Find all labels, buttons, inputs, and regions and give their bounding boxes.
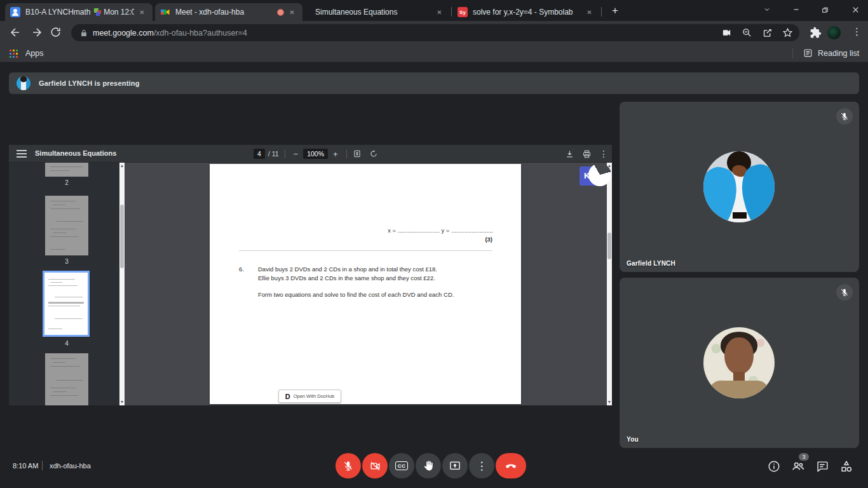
main-scrollbar-thumb[interactable]	[607, 233, 611, 259]
thumbnail-page-5[interactable]	[45, 353, 88, 405]
mic-muted-icon	[836, 284, 853, 301]
thumbnail-label: 4	[9, 340, 125, 347]
presenting-text: Garfield LYNCH is presenting	[39, 79, 140, 87]
participant-name: Garfield LYNCH	[627, 260, 675, 267]
thumbnail-label: 2	[9, 179, 125, 186]
activities-icon[interactable]	[839, 459, 853, 473]
zoom-level-input[interactable]: 100%	[303, 149, 328, 159]
close-tab-icon[interactable]: ✕	[137, 7, 147, 18]
zoom-out-button[interactable]: −	[291, 149, 301, 159]
page-number-input[interactable]: 4	[254, 149, 265, 159]
reading-list-button[interactable]: Reading list	[818, 49, 859, 58]
raise-hand-button[interactable]	[416, 453, 441, 478]
recording-indicator-icon	[277, 9, 284, 16]
meeting-time: 8:10 AM	[13, 462, 38, 470]
zoom-page-icon[interactable]	[742, 27, 752, 38]
participants-icon[interactable]: 3	[791, 459, 805, 473]
back-icon[interactable]	[9, 26, 22, 39]
dochub-label: Open With DocHub	[294, 393, 335, 399]
footer-divider	[42, 461, 43, 470]
mic-muted-icon	[836, 108, 853, 125]
sidebar-toggle-icon[interactable]	[17, 150, 27, 158]
reload-icon[interactable]	[50, 26, 62, 39]
new-tab-button[interactable]: +	[607, 4, 623, 19]
pdf-body: 2 3 4	[9, 163, 612, 405]
tab-pdf[interactable]: Simultaneous Equations ✕	[305, 3, 450, 21]
close-tab-icon[interactable]: ✕	[584, 7, 595, 18]
camera-in-use-icon[interactable]	[721, 27, 732, 38]
sidebar-scrollbar[interactable]	[119, 163, 125, 405]
bookmarks-bar: Apps Reading list	[0, 44, 868, 62]
end-call-button[interactable]	[496, 453, 526, 478]
participant-tile-you[interactable]: You	[620, 278, 859, 448]
tab-symbolab[interactable]: Sy solve for y,x-2y=4 - Symbolab ✕	[452, 3, 600, 21]
pdf-viewer-window: Simultaneous Equations 4 / 11 − 100% +	[9, 145, 612, 405]
thumbnail-label: 3	[9, 258, 125, 265]
thumbnail-page-3[interactable]	[45, 196, 88, 255]
close-tab-icon[interactable]: ✕	[434, 7, 445, 18]
captions-button[interactable]: CC	[389, 453, 414, 478]
rotate-page-icon[interactable]	[369, 149, 378, 158]
captions-cc-icon: CC	[395, 461, 408, 470]
tab-title: Meet - xdh-ofau-hba	[175, 8, 272, 17]
tab-title: solve for y,x-2y=4 - Symbolab	[473, 8, 581, 17]
question-number: 6.	[239, 266, 244, 273]
question-divider	[239, 250, 492, 251]
tab-classroom[interactable]: B10-A LYNCHmath Mon 12:00 ✕	[5, 3, 153, 21]
meeting-details-info-icon[interactable]	[767, 459, 781, 473]
browser-toolbar: meet.google.com/xdh-ofau-hba?authuser=4 …	[0, 21, 868, 44]
profile-avatar[interactable]	[827, 26, 841, 39]
page-total-label: / 11	[268, 150, 279, 158]
extensions-puzzle-icon[interactable]	[810, 27, 822, 39]
thumbnail-page-4-selected[interactable]	[43, 271, 90, 337]
pdf-main-view: x = ......................... y = ......…	[125, 163, 612, 405]
main-scrollbar[interactable]	[607, 163, 612, 405]
question-line-3: Form two equations and solve to find the…	[258, 291, 454, 298]
download-icon[interactable]	[565, 149, 574, 159]
apps-bookmark[interactable]: Apps	[25, 49, 44, 58]
forward-icon[interactable]	[31, 26, 43, 39]
pdf-title: Simultaneous Equations	[35, 149, 116, 157]
zoom-in-button[interactable]: +	[330, 149, 341, 159]
share-icon[interactable]	[762, 27, 773, 38]
mic-off-button[interactable]	[336, 453, 361, 478]
chat-icon[interactable]	[815, 459, 829, 473]
marks-label: (3)	[485, 236, 492, 243]
print-icon[interactable]	[582, 149, 592, 159]
fit-page-icon[interactable]	[353, 149, 362, 158]
pdf-page-controls: 4 / 11 − 100% +	[254, 145, 378, 163]
restore-button[interactable]	[814, 0, 836, 19]
lock-icon	[80, 29, 88, 37]
reading-list-icon[interactable]	[803, 48, 813, 58]
tab-meet[interactable]: Meet - xdh-ofau-hba ✕	[155, 3, 302, 21]
meeting-code: xdh-ofau-hba	[50, 462, 91, 470]
minimize-button[interactable]	[785, 0, 807, 19]
tab-title: B10-A LYNCHmath Mon 12:00	[25, 8, 134, 17]
meet-favicon-icon	[160, 7, 170, 17]
address-bar[interactable]: meet.google.com/xdh-ofau-hba?authuser=4	[71, 24, 799, 41]
window-menu-chevron-icon[interactable]	[756, 0, 778, 19]
open-with-dochub-button[interactable]: D Open With DocHub	[278, 390, 341, 403]
colored-squares-icon	[94, 8, 102, 16]
participant-name: You	[627, 436, 639, 443]
close-window-button[interactable]	[843, 0, 868, 19]
sidebar-scrollbar-thumb[interactable]	[120, 205, 124, 268]
pdf-toolbar: Simultaneous Equations 4 / 11 − 100% +	[9, 145, 612, 163]
participant-tile-garfield[interactable]: Garfield LYNCH	[620, 102, 859, 272]
tab-title: Simultaneous Equations	[315, 8, 431, 17]
bookmark-star-icon[interactable]	[782, 27, 793, 38]
more-options-button[interactable]: ⋮	[469, 453, 494, 478]
pdf-more-kebab-icon[interactable]: ⋮	[599, 149, 608, 159]
pdf-action-buttons: ⋮	[565, 145, 608, 163]
browser-menu-kebab-icon[interactable]: ⋮	[852, 26, 860, 39]
thumbnail-page-2[interactable]	[45, 163, 88, 177]
pdf-page: x = ......................... y = ......…	[210, 164, 521, 404]
apps-grid-icon[interactable]	[10, 50, 18, 58]
screen: B10-A LYNCHmath Mon 12:00 ✕ Meet - xdh-o…	[0, 0, 868, 488]
presenter-avatar	[17, 76, 31, 90]
close-tab-icon[interactable]: ✕	[287, 7, 297, 18]
camera-off-button[interactable]	[362, 453, 388, 478]
dochub-logo: D	[285, 393, 290, 400]
call-controls: CC ⋮	[336, 453, 526, 478]
present-screen-button[interactable]	[442, 453, 468, 478]
